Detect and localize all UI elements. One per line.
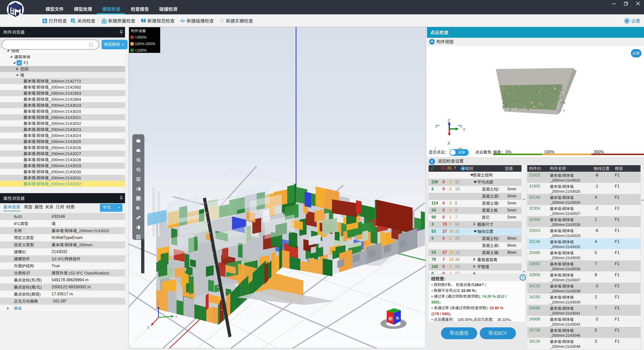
- svg-text:X: X: [448, 141, 450, 146]
- svg-text:Y: Y: [463, 127, 465, 132]
- svg-text:Z: Z: [448, 118, 450, 123]
- svg-text:?: ?: [522, 275, 524, 279]
